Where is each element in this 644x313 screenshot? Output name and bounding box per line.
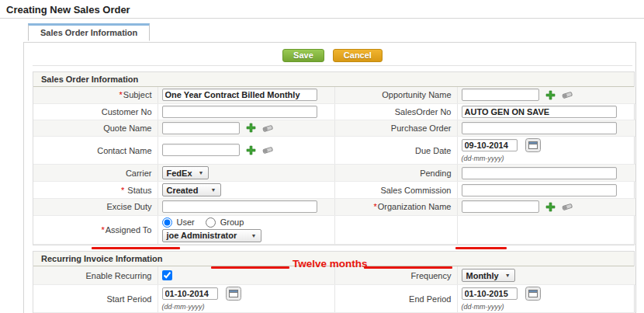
purchase-order-label: Purchase Order [334,120,457,137]
save-button[interactable]: Save [282,49,324,62]
carrier-label: Carrier [33,165,158,182]
page-title: Creating New Sales Order [0,0,644,19]
due-date-input[interactable] [462,139,518,151]
add-icon[interactable] [246,123,256,134]
edit-form: Save Cancel Sales Order Information *Sub… [23,42,636,313]
date-format-hint: (dd-mm-yyyy) [462,303,633,311]
organization-name-input[interactable] [462,200,539,213]
customer-no-input[interactable] [162,106,317,118]
subject-label: *Subject [33,87,158,103]
enable-recurring-checkbox[interactable] [162,270,172,280]
excise-duty-input[interactable] [162,200,317,213]
assigned-to-label: *Assigned To [33,215,158,244]
frequency-label: Frequency [334,266,457,285]
end-period-input[interactable] [462,287,518,300]
section-header: Sales Order Information [33,72,634,87]
sales-commission-input[interactable] [462,184,617,196]
form-row: * Status Created▼ Sales Commission [33,182,635,199]
section-recurring-invoice-information: Recurring Invoice Information Enable Rec… [33,251,635,313]
organization-name-label: *Organization Name [334,199,457,216]
clear-icon[interactable] [262,123,274,134]
assigned-to-select[interactable]: joe Administrator▼ [162,229,261,242]
status-select[interactable]: Created▼ [162,183,221,196]
clear-icon[interactable] [562,90,573,101]
pending-input[interactable] [462,167,617,179]
cancel-button[interactable]: Cancel [333,49,383,62]
dropdown-arrow-icon: ▼ [251,233,257,238]
carrier-select[interactable]: FedEx▼ [162,166,209,179]
form-row: Quote Name Purchase Order [33,120,635,137]
start-period-input[interactable] [162,287,218,300]
contact-name-label: Contact Name [33,137,158,165]
form-row: *Subject Opportunity Name [33,87,635,103]
subject-input[interactable] [162,89,317,101]
form-row: Carrier FedEx▼ Pending [33,165,635,182]
form-row: Enable Recurring Frequency Monthly▼ [33,266,635,285]
assigned-user-radio[interactable] [162,217,172,228]
dropdown-arrow-icon: ▼ [199,170,204,176]
purchase-order-input[interactable] [462,122,617,134]
assigned-group-label: Group [220,217,244,227]
clear-icon[interactable] [562,202,573,213]
assigned-user-label: User [177,217,195,227]
salesorder-no-input[interactable] [462,106,617,118]
clear-icon[interactable] [262,145,274,156]
section-sales-order-information: Sales Order Information *Subject Opportu… [33,71,635,245]
end-period-label: End Period [334,285,457,313]
assigned-group-radio[interactable] [206,217,216,228]
contact-name-input[interactable] [162,144,240,156]
opportunity-name-label: Opportunity Name [334,87,457,103]
frequency-select[interactable]: Monthly▼ [462,269,515,282]
quote-name-label: Quote Name [33,120,158,137]
add-icon[interactable] [246,145,256,157]
status-label: * Status [33,182,158,199]
opportunity-name-input[interactable] [462,89,539,101]
tab-sales-order-information[interactable]: Sales Order Information [28,23,150,41]
form-row: Contact Name Due Date (dd-mm-yyyy) [33,137,635,165]
customer-no-label: Customer No [33,103,158,120]
calendar-icon[interactable] [525,287,541,302]
tab-bar: Sales Order Information [28,23,644,42]
dropdown-arrow-icon: ▼ [211,187,216,193]
enable-recurring-label: Enable Recurring [33,266,158,285]
dropdown-arrow-icon: ▼ [505,273,511,278]
calendar-icon[interactable] [226,287,241,302]
pending-label: Pending [334,165,457,182]
form-row: Start Period (dd-mm-yyyy) End Period (dd… [33,285,635,313]
excise-duty-label: Excise Duty [33,199,158,216]
form-row: Excise Duty *Organization Name [33,199,635,216]
start-period-label: Start Period [33,285,158,313]
date-format-hint: (dd-mm-yyyy) [162,303,331,311]
form-row: Customer No SalesOrder No [33,103,635,120]
calendar-icon[interactable] [525,138,541,154]
due-date-label: Due Date [334,137,457,165]
add-icon[interactable] [545,202,556,214]
form-row: *Assigned To User Group joe Administrato… [33,215,635,244]
section-header: Recurring Invoice Information [33,252,634,266]
salesorder-no-label: SalesOrder No [334,103,457,120]
sales-commission-label: Sales Commission [334,182,457,199]
add-icon[interactable] [545,90,556,102]
date-format-hint: (dd-mm-yyyy) [462,155,633,162]
action-button-bar: Save Cancel [33,49,632,66]
quote-name-input[interactable] [162,122,240,134]
